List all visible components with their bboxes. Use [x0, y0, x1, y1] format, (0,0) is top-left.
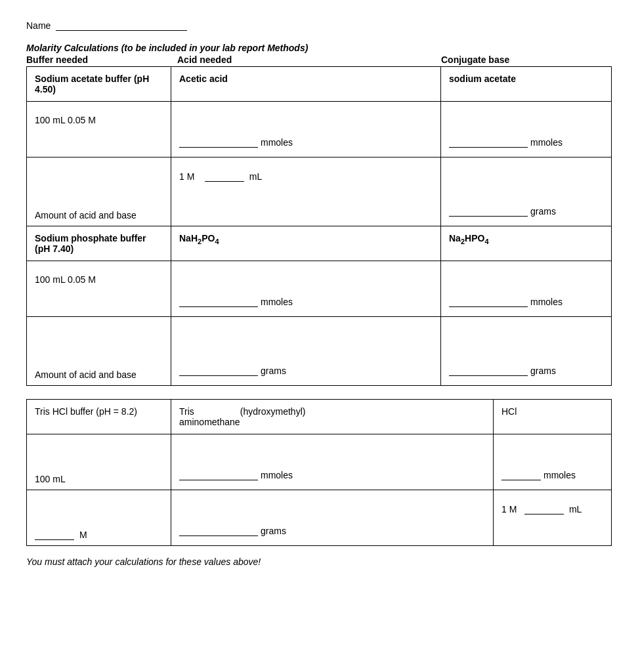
cell-nah2po4: NaH2PO4 — [171, 226, 441, 261]
name-label: Name — [26, 20, 51, 31]
cell-mmoles-hcl-1: mmoles — [494, 434, 612, 490]
cell-1m-ml: 1 M mL — [171, 158, 441, 226]
table-row: Amount of acid and base grams grams — [27, 317, 612, 386]
fill-line-grams-2 — [179, 365, 258, 376]
cell-tris-hcl-buffer: Tris HCl buffer (pH = 8.2) — [27, 400, 171, 434]
second-table: Tris HCl buffer (pH = 8.2) Tris (hydroxy… — [26, 399, 612, 546]
cell-100ml-0.05m-1: 100 mL 0.05 M — [27, 102, 171, 158]
cell-mmoles-tris-1: mmoles — [171, 434, 494, 490]
table-row: Sodium phosphate buffer (pH 7.40) NaH2PO… — [27, 226, 612, 261]
cell-mmoles-1: mmoles — [171, 102, 441, 158]
cell-1m-ml-hcl: 1 M mL — [494, 490, 612, 546]
fill-line-mmoles-1 — [179, 136, 258, 148]
table-row: 100 mL mmoles mmoles — [27, 434, 612, 490]
fill-line-grams-1 — [449, 205, 528, 217]
cell-grams-3: grams — [441, 317, 612, 386]
cell-mmoles-4: mmoles — [441, 261, 612, 317]
cell-grams-tris: grams — [171, 490, 494, 546]
col-header-acid: Acid needed — [171, 54, 441, 65]
fill-line-tris-mmoles-1 — [179, 469, 258, 480]
fill-line-tris-grams — [179, 525, 258, 536]
cell-sodium-acetate: sodium acetate — [441, 67, 612, 102]
fill-line-m — [35, 529, 74, 540]
cell-100ml-2: 100 mL — [27, 434, 171, 490]
cell-sodium-phosphate-buffer: Sodium phosphate buffer (pH 7.40) — [27, 226, 171, 261]
table-row: 100 mL 0.05 M mmoles mmoles — [27, 102, 612, 158]
main-table: Sodium acetate buffer (pH 4.50) Acetic a… — [26, 66, 612, 386]
fill-line-mmoles-4 — [449, 296, 528, 307]
cell-mmoles-3: mmoles — [171, 261, 441, 317]
fill-line-ml-1 — [205, 171, 244, 182]
fill-line-mmoles-3 — [179, 296, 258, 307]
cell-tris-aminomethane: Tris (hydroxymethyl) aminomethane — [171, 400, 494, 434]
cell-na2hpo4: Na2HPO4 — [441, 226, 612, 261]
cell-grams-2: grams — [171, 317, 441, 386]
cell-amount-acid-base-1: Amount of acid and base — [27, 158, 171, 226]
cell-mmoles-2: mmoles — [441, 102, 612, 158]
name-underline — [56, 20, 187, 31]
table-row: M grams 1 M mL — [27, 490, 612, 546]
name-row: Name — [26, 20, 612, 31]
fill-line-hcl-ml — [524, 503, 564, 514]
fill-line-mmoles-2 — [449, 136, 528, 148]
cell-hcl: HCl — [494, 400, 612, 434]
table-row: Amount of acid and base 1 M mL grams — [27, 158, 612, 226]
fill-line-hcl-mmoles-1 — [501, 469, 541, 480]
col-header-buffer: Buffer needed — [26, 54, 171, 65]
column-headers: Buffer needed Acid needed Conjugate base — [26, 54, 612, 66]
table-row: Sodium acetate buffer (pH 4.50) Acetic a… — [27, 67, 612, 102]
table-row: 100 mL 0.05 M mmoles mmoles — [27, 261, 612, 317]
cell-grams-1: grams — [441, 158, 612, 226]
fill-line-grams-3 — [449, 365, 528, 376]
cell-acetic-acid: Acetic acid — [171, 67, 441, 102]
footer-note: You must attach your calculations for th… — [26, 556, 612, 567]
col-header-conjugate: Conjugate base — [441, 54, 612, 65]
table-row: Tris HCl buffer (pH = 8.2) Tris (hydroxy… — [27, 400, 612, 434]
cell-sodium-acetate-buffer: Sodium acetate buffer (pH 4.50) — [27, 67, 171, 102]
cell-100ml-0.05m-2: 100 mL 0.05 M — [27, 261, 171, 317]
cell-amount-acid-base-2: Amount of acid and base — [27, 317, 171, 386]
cell-blank-m: M — [27, 490, 171, 546]
section-title: Molarity Calculations (to be included in… — [26, 43, 612, 53]
